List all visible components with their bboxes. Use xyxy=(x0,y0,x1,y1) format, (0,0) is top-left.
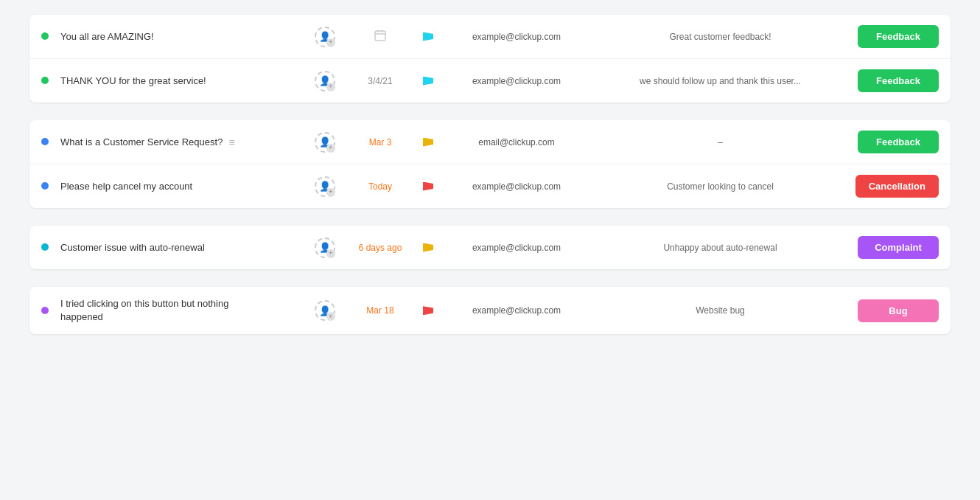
date-col: 6 days ago xyxy=(347,243,413,253)
table-row[interactable]: Please help cancel my account👤+Todayexam… xyxy=(29,164,951,208)
flag-col[interactable] xyxy=(413,138,443,147)
priority-flag-icon xyxy=(423,306,433,315)
status-indicator xyxy=(41,136,52,147)
table-row[interactable]: THANK YOU for the great service!👤+3/4/21… xyxy=(29,59,951,103)
tag-button[interactable]: Cancellation xyxy=(855,175,939,198)
date-text: Today xyxy=(368,181,392,192)
note-col: we should follow up and thank this user.… xyxy=(590,76,850,86)
row-title: Please help cancel my account xyxy=(60,181,192,192)
page: You all are AMAZING!👤+example@clickup.co… xyxy=(0,0,980,367)
tag-button[interactable]: Feedback xyxy=(858,25,939,48)
table-row[interactable]: Customer issue with auto-renewal👤+6 days… xyxy=(29,226,951,269)
status-indicator xyxy=(41,305,52,316)
add-assignee-icon[interactable]: + xyxy=(326,188,335,197)
note-col: Unhappy about auto-renewal xyxy=(590,243,850,253)
list-icon: ≡ xyxy=(228,136,234,148)
priority-flag-icon xyxy=(423,32,433,41)
row-title-col: What is a Customer Service Request?≡ xyxy=(60,136,303,148)
tag-button[interactable]: Feedback xyxy=(858,131,939,153)
table-row[interactable]: You all are AMAZING!👤+example@clickup.co… xyxy=(29,15,951,59)
group-group-2: What is a Customer Service Request?≡👤+Ma… xyxy=(29,120,951,208)
flag-col[interactable] xyxy=(413,182,443,191)
email-col: example@clickup.com xyxy=(443,181,590,192)
date-text: Mar 18 xyxy=(366,305,393,316)
avatar[interactable]: 👤+ xyxy=(315,132,335,153)
assignee-col[interactable]: 👤+ xyxy=(303,27,347,47)
tag-col: Cancellation xyxy=(850,175,939,198)
date-text: Mar 3 xyxy=(369,137,392,147)
date-text: 3/4/21 xyxy=(368,76,392,86)
date-col: Today xyxy=(347,181,413,192)
row-title: I tried clicking on this button but noth… xyxy=(60,297,237,324)
tag-col: Bug xyxy=(850,299,939,322)
email-col: example@clickup.com xyxy=(443,32,590,42)
tag-col: Complaint xyxy=(850,236,939,259)
priority-flag-icon xyxy=(423,77,433,86)
note-col: Website bug xyxy=(590,305,850,316)
row-title-col: I tried clicking on this button but noth… xyxy=(60,297,303,324)
row-title-col: Please help cancel my account xyxy=(60,181,303,192)
tag-button[interactable]: Feedback xyxy=(858,69,939,92)
tag-col: Feedback xyxy=(850,131,939,153)
priority-flag-icon xyxy=(423,243,433,252)
flag-col[interactable] xyxy=(413,306,443,315)
avatar[interactable]: 👤+ xyxy=(315,176,335,197)
assignee-col[interactable]: 👤+ xyxy=(303,132,347,153)
row-title-col: THANK YOU for the great service! xyxy=(60,75,303,86)
email-col: example@clickup.com xyxy=(443,305,590,316)
calendar-icon xyxy=(374,31,386,44)
add-assignee-icon[interactable]: + xyxy=(326,144,335,153)
row-title: What is a Customer Service Request? xyxy=(60,136,223,147)
date-col xyxy=(347,29,413,44)
flag-col[interactable] xyxy=(413,243,443,252)
add-assignee-icon[interactable]: + xyxy=(326,83,335,91)
status-indicator xyxy=(41,31,52,42)
flag-col[interactable] xyxy=(413,77,443,86)
group-group-1: You all are AMAZING!👤+example@clickup.co… xyxy=(29,15,951,103)
row-title: You all are AMAZING! xyxy=(60,31,154,42)
add-assignee-icon[interactable]: + xyxy=(326,249,335,258)
svg-rect-0 xyxy=(375,31,385,41)
email-col: email@clickup.com xyxy=(443,137,590,147)
table-row[interactable]: What is a Customer Service Request?≡👤+Ma… xyxy=(29,120,951,164)
status-indicator xyxy=(41,75,52,86)
tag-col: Feedback xyxy=(850,69,939,92)
group-group-4: I tried clicking on this button but noth… xyxy=(29,287,951,334)
priority-flag-icon xyxy=(423,182,433,191)
row-title-col: You all are AMAZING! xyxy=(60,31,303,42)
add-assignee-icon[interactable]: + xyxy=(326,38,335,47)
row-title: Customer issue with auto-renewal xyxy=(60,242,205,253)
note-col: Customer looking to cancel xyxy=(590,181,850,192)
note-col: – xyxy=(590,137,850,147)
assignee-col[interactable]: 👤+ xyxy=(303,176,347,197)
table-row[interactable]: I tried clicking on this button but noth… xyxy=(29,287,951,334)
date-col: 3/4/21 xyxy=(347,76,413,86)
row-title: THANK YOU for the great service! xyxy=(60,75,206,86)
row-title-col: Customer issue with auto-renewal xyxy=(60,242,303,253)
avatar[interactable]: 👤+ xyxy=(315,300,335,321)
avatar[interactable]: 👤+ xyxy=(315,27,335,47)
add-assignee-icon[interactable]: + xyxy=(326,312,335,321)
avatar[interactable]: 👤+ xyxy=(315,237,335,258)
priority-flag-icon xyxy=(423,138,433,147)
group-group-3: Customer issue with auto-renewal👤+6 days… xyxy=(29,226,951,269)
tag-button[interactable]: Complaint xyxy=(858,236,939,259)
assignee-col[interactable]: 👤+ xyxy=(303,237,347,258)
note-col: Great customer feedback! xyxy=(590,32,850,42)
status-indicator xyxy=(41,181,52,192)
status-indicator xyxy=(41,242,52,253)
date-text: 6 days ago xyxy=(359,243,402,253)
date-col: Mar 3 xyxy=(347,137,413,147)
email-col: example@clickup.com xyxy=(443,243,590,253)
date-col: Mar 18 xyxy=(347,305,413,316)
avatar[interactable]: 👤+ xyxy=(315,71,335,91)
email-col: example@clickup.com xyxy=(443,76,590,86)
tag-button[interactable]: Bug xyxy=(858,299,939,322)
flag-col[interactable] xyxy=(413,32,443,41)
tag-col: Feedback xyxy=(850,25,939,48)
assignee-col[interactable]: 👤+ xyxy=(303,300,347,321)
assignee-col[interactable]: 👤+ xyxy=(303,71,347,91)
